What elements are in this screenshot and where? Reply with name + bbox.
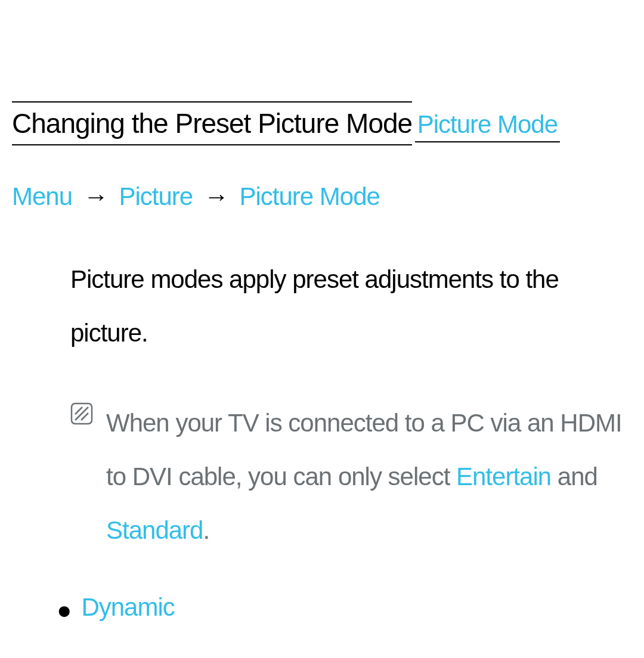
note-block: When your TV is connected to a PC via an…: [70, 396, 632, 558]
mode-name: Dynamic: [81, 593, 174, 622]
breadcrumb-picture-mode: Picture Mode: [239, 182, 379, 210]
note-period: .: [203, 516, 209, 544]
note-entertain: Entertain: [456, 463, 551, 491]
arrow-icon: →: [204, 182, 228, 210]
note-icon: [70, 402, 93, 425]
breadcrumb-picture: Picture: [119, 182, 193, 210]
body-content: Picture modes apply preset adjustments t…: [70, 253, 632, 658]
arrow-icon: →: [83, 182, 108, 210]
note-text: When your TV is connected to a PC via an…: [106, 396, 632, 558]
section-heading: Picture Mode: [415, 110, 560, 142]
intro-text: Picture modes apply preset adjustments t…: [70, 253, 632, 361]
list-item: ● Dynamic: [57, 593, 632, 628]
breadcrumb: Menu → Picture → Picture Mode: [12, 182, 632, 211]
note-and: and: [551, 463, 597, 491]
svg-line-1: [75, 407, 88, 420]
note-standard: Standard: [106, 516, 203, 544]
breadcrumb-menu: Menu: [12, 182, 72, 210]
bullet-icon: ●: [57, 593, 72, 628]
page-title: Changing the Preset Picture Mode: [12, 101, 412, 145]
